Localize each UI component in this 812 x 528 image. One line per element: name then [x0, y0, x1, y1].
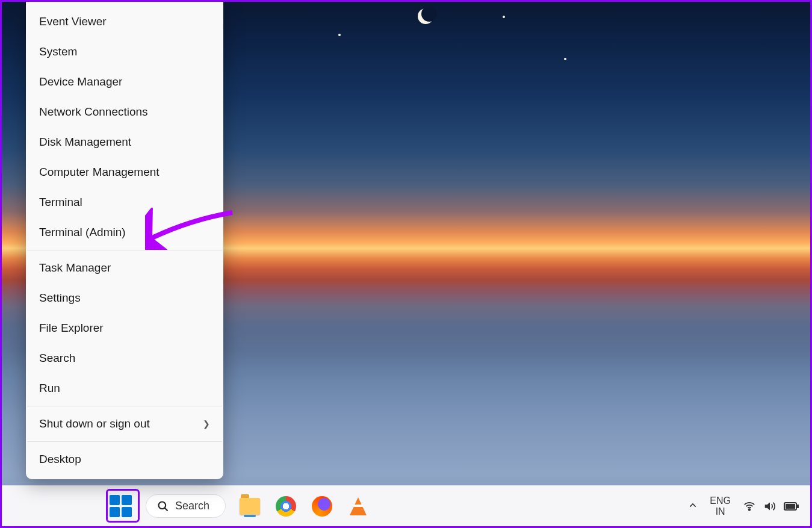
menu-item-file-explorer[interactable]: File Explorer	[26, 313, 223, 343]
menu-item-shutdown-signout[interactable]: Shut down or sign out ❯	[26, 409, 223, 439]
moon-graphic	[418, 8, 433, 24]
taskbar-vlc[interactable]	[346, 494, 370, 518]
start-button[interactable]	[107, 493, 134, 520]
battery-icon[interactable]	[784, 501, 799, 512]
tray-overflow-chevron-up-icon[interactable]	[688, 500, 698, 512]
folder-icon	[240, 498, 260, 515]
menu-item-disk-management[interactable]: Disk Management	[26, 127, 223, 157]
star-graphic	[564, 58, 566, 60]
menu-item-run[interactable]: Run	[26, 373, 223, 403]
taskbar-search[interactable]: Search	[146, 494, 226, 518]
svg-point-2	[749, 509, 751, 511]
menu-item-network-connections[interactable]: Network Connections	[26, 97, 223, 127]
menu-item-search[interactable]: Search	[26, 343, 223, 373]
firefox-icon	[312, 496, 332, 517]
menu-item-event-viewer[interactable]: Event Viewer	[26, 7, 223, 37]
menu-item-task-manager[interactable]: Task Manager	[26, 253, 223, 283]
menu-item-settings[interactable]: Settings	[26, 283, 223, 313]
menu-separator	[27, 250, 222, 250]
svg-marker-3	[765, 502, 770, 510]
svg-rect-6	[786, 504, 795, 509]
winx-context-menu: Event Viewer System Device Manager Netwo…	[26, 2, 223, 479]
menu-separator	[27, 406, 222, 406]
chevron-right-icon: ❯	[203, 419, 210, 429]
svg-rect-5	[797, 505, 799, 508]
search-icon	[157, 500, 169, 512]
star-graphic	[503, 16, 505, 18]
taskbar-file-explorer[interactable]	[238, 494, 262, 518]
system-tray: ENG IN	[688, 495, 799, 517]
vlc-cone-icon	[350, 497, 367, 515]
menu-item-device-manager[interactable]: Device Manager	[26, 67, 223, 97]
svg-point-0	[159, 502, 166, 509]
menu-item-computer-management[interactable]: Computer Management	[26, 157, 223, 187]
menu-item-desktop[interactable]: Desktop	[26, 444, 223, 474]
volume-icon[interactable]	[763, 500, 776, 513]
search-label: Search	[175, 500, 209, 512]
windows-logo-icon	[110, 495, 132, 517]
menu-item-terminal-admin[interactable]: Terminal (Admin)	[26, 217, 223, 247]
star-graphic	[338, 34, 341, 36]
menu-item-terminal[interactable]: Terminal	[26, 187, 223, 217]
taskbar: Search ENG IN	[2, 485, 810, 526]
menu-item-system[interactable]: System	[26, 37, 223, 67]
menu-separator	[27, 441, 222, 442]
language-indicator[interactable]: ENG IN	[710, 495, 731, 517]
svg-line-1	[165, 508, 168, 511]
wifi-icon[interactable]	[743, 500, 756, 513]
taskbar-chrome[interactable]	[274, 494, 298, 518]
chrome-icon	[276, 496, 296, 517]
taskbar-firefox[interactable]	[310, 494, 334, 518]
